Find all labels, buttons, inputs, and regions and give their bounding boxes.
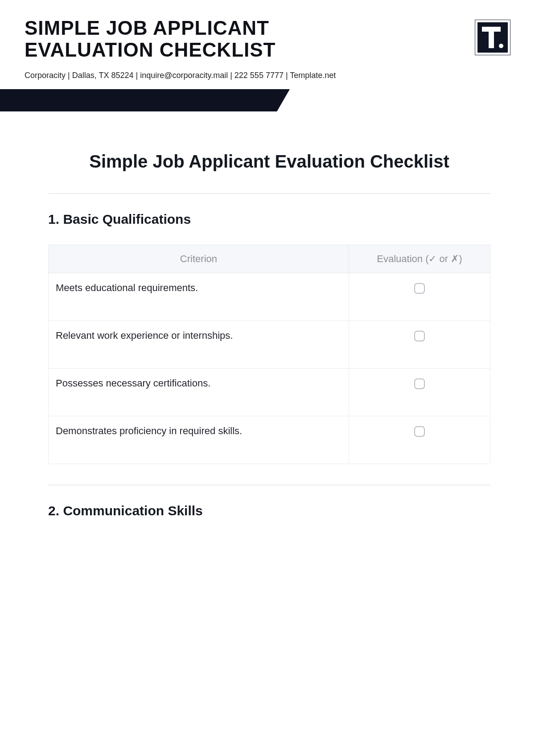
table-row: Meets educational requirements. <box>49 273 490 320</box>
section-communication-skills: 2. Communication Skills <box>48 503 490 518</box>
table-header-row: Criterion Evaluation (✓ or ✗) <box>49 245 490 273</box>
section-name: Basic Qualifications <box>63 212 191 226</box>
header-band <box>0 89 535 111</box>
brand-logo <box>475 20 510 55</box>
title-line-1: SIMPLE JOB APPLICANT <box>25 17 269 39</box>
table-row: Relevant work experience or internships. <box>49 320 490 368</box>
criterion-cell: Relevant work experience or internships. <box>49 320 349 368</box>
column-header-evaluation: Evaluation (✓ or ✗) <box>349 245 490 273</box>
table-row: Possesses necessary certifications. <box>49 368 490 416</box>
section-title: 2. Communication Skills <box>48 503 490 518</box>
checkbox-icon[interactable] <box>414 426 425 437</box>
evaluation-cell <box>349 368 490 416</box>
checkbox-icon[interactable] <box>414 283 425 294</box>
criterion-cell: Possesses necessary certifications. <box>49 368 349 416</box>
logo-dot-icon <box>499 44 503 48</box>
evaluation-cell <box>349 416 490 464</box>
section-number: 2. <box>48 503 59 518</box>
qualifications-table: Criterion Evaluation (✓ or ✗) Meets educ… <box>48 245 490 464</box>
evaluation-cell <box>349 320 490 368</box>
criterion-cell: Demonstrates proficiency in required ski… <box>49 416 349 464</box>
checkbox-icon[interactable] <box>414 378 425 389</box>
title-line-2: EVALUATION CHECKLIST <box>25 39 276 61</box>
divider <box>48 193 490 194</box>
section-basic-qualifications: 1. Basic Qualifications Criterion Evalua… <box>48 212 490 464</box>
checkbox-icon[interactable] <box>414 331 425 341</box>
column-header-criterion: Criterion <box>49 245 349 273</box>
header-band-fill <box>0 89 276 111</box>
section-title: 1. Basic Qualifications <box>48 212 490 227</box>
table-row: Demonstrates proficiency in required ski… <box>49 416 490 464</box>
brand-logo-inner <box>477 22 508 53</box>
logo-letter-t-stem-icon <box>489 27 494 48</box>
header-band-angle <box>237 89 535 111</box>
document-body: Simple Job Applicant Evaluation Checklis… <box>0 111 535 518</box>
section-name: Communication Skills <box>63 503 202 518</box>
main-title: SIMPLE JOB APPLICANT EVALUATION CHECKLIS… <box>25 17 336 61</box>
criterion-cell: Meets educational requirements. <box>49 273 349 320</box>
divider <box>48 485 490 485</box>
title-block: SIMPLE JOB APPLICANT EVALUATION CHECKLIS… <box>25 17 336 80</box>
header-top-row: SIMPLE JOB APPLICANT EVALUATION CHECKLIS… <box>25 17 510 80</box>
document-heading: Simple Job Applicant Evaluation Checklis… <box>48 152 490 172</box>
section-number: 1. <box>48 212 59 226</box>
evaluation-cell <box>349 273 490 320</box>
page-header: SIMPLE JOB APPLICANT EVALUATION CHECKLIS… <box>0 0 535 80</box>
header-contact-line: Corporacity | Dallas, TX 85224 | inquire… <box>25 71 336 80</box>
